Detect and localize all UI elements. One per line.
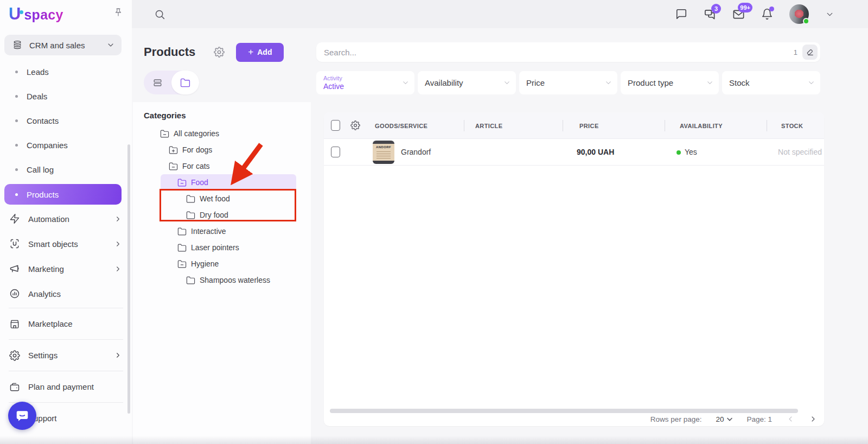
category-label: Dry food xyxy=(200,211,228,219)
chat-button[interactable]: 3 xyxy=(704,8,716,21)
list-view-button[interactable] xyxy=(144,71,171,94)
chevron-down-icon xyxy=(401,79,410,87)
category-food[interactable]: Food xyxy=(161,174,296,191)
rows-per-page-select[interactable]: 20 xyxy=(716,415,732,423)
sidebar-item-products[interactable]: Products xyxy=(4,184,122,205)
column-header-price: PRICE xyxy=(579,123,599,129)
sidebar-scrollbar[interactable] xyxy=(127,144,130,414)
sidebar-item-marketing[interactable]: Marketing xyxy=(0,256,132,281)
mail-button[interactable]: 99+ xyxy=(732,8,745,21)
filter-availability[interactable]: Availability xyxy=(418,71,516,94)
filter-activity[interactable]: Activity Active xyxy=(316,71,414,94)
column-header-availability: AVAILABILITY xyxy=(680,123,723,129)
category-label: Hygiene xyxy=(191,259,219,268)
divider xyxy=(9,308,123,308)
sidebar-item-contacts[interactable]: Contacts xyxy=(0,109,132,133)
sidebar-item-leads[interactable]: Leads xyxy=(0,60,132,84)
table-footer: Rows per page: 20 Page: 1 xyxy=(324,412,824,426)
category-label: Laser pointers xyxy=(191,243,239,252)
notifications-button[interactable] xyxy=(761,8,773,20)
filter-price[interactable]: Price xyxy=(519,71,617,94)
sidebar-item-deals[interactable]: Deals xyxy=(0,84,132,109)
sidebar-item-call-log[interactable]: Call log xyxy=(0,157,132,182)
bullet-icon xyxy=(15,144,18,147)
bullet-icon xyxy=(15,95,18,98)
product-search-input[interactable] xyxy=(324,48,794,57)
select-all-checkbox[interactable] xyxy=(331,120,340,131)
sidebar-item-companies[interactable]: Companies xyxy=(0,133,132,157)
sidebar-item-plan-payment[interactable]: Plan and payment xyxy=(0,373,132,401)
filter-label: Product type xyxy=(628,78,704,87)
table-row[interactable]: ANDORF Grandorf 90,00 UAH Yes Not specif… xyxy=(324,139,824,166)
sidebar-item-label: Smart objects xyxy=(28,239,114,249)
add-button-label: Add xyxy=(257,48,272,56)
sidebar-item-label: Leads xyxy=(27,67,49,77)
sidebar-item-label: Automation xyxy=(28,214,114,224)
row-checkbox[interactable] xyxy=(331,147,340,157)
chevron-right-icon xyxy=(114,215,122,223)
gear-icon xyxy=(350,120,360,130)
search-icon xyxy=(154,9,165,20)
filter-product-type[interactable]: Product type xyxy=(621,71,719,94)
product-image: ANDORF xyxy=(373,141,394,164)
filter-stock[interactable]: Stock xyxy=(722,71,820,94)
next-page-button[interactable] xyxy=(809,415,818,423)
category-interactive[interactable]: Interactive xyxy=(133,223,311,239)
storefront-icon xyxy=(9,319,21,329)
sidebar-item-settings[interactable]: Settings xyxy=(0,341,132,369)
caret-down-icon xyxy=(727,417,732,421)
sidebar-item-analytics[interactable]: Analytics xyxy=(0,281,132,306)
megaphone-icon xyxy=(9,263,21,274)
sidebar-item-label: Analytics xyxy=(28,289,122,299)
category-laser-pointers[interactable]: Laser pointers xyxy=(133,239,311,256)
category-hygiene[interactable]: Hygiene xyxy=(133,256,311,272)
bullet-icon xyxy=(15,168,18,171)
category-all-categories[interactable]: All categories xyxy=(133,125,311,142)
folder-minus-icon xyxy=(160,129,169,138)
global-search-button[interactable] xyxy=(154,9,165,20)
products-settings-button[interactable] xyxy=(214,47,225,58)
sidebar-item-marketplace[interactable]: Marketplace xyxy=(0,310,132,338)
profile-menu-button[interactable] xyxy=(825,10,834,19)
folder-minus-icon xyxy=(169,162,178,171)
chevron-right-icon xyxy=(114,351,122,359)
column-header-goods: GOODS/SERVICE xyxy=(375,123,427,129)
category-dry-food[interactable]: Dry food xyxy=(133,207,311,223)
app-logo[interactable]: U spacy xyxy=(9,5,63,23)
sidebar-group-crm[interactable]: CRM and sales xyxy=(4,35,122,55)
folder-icon xyxy=(177,243,187,252)
folder-icon xyxy=(177,227,187,236)
plus-icon: + xyxy=(248,47,253,58)
eraser-icon xyxy=(806,48,814,56)
sidebar-item-label: Companies xyxy=(27,141,68,150)
chevron-right-icon xyxy=(114,240,122,248)
pin-sidebar-button[interactable] xyxy=(113,8,123,17)
clear-search-button[interactable] xyxy=(802,45,818,60)
chevron-down-icon xyxy=(106,41,115,49)
category-shampoos-waterless[interactable]: Shampoos waterless xyxy=(133,272,311,288)
sidebar-item-automation[interactable]: Automation xyxy=(0,206,132,231)
divider xyxy=(9,339,123,340)
support-chat-button[interactable] xyxy=(8,402,36,430)
main-content: Products + Add 1 Activity Active Availab xyxy=(132,28,868,444)
analytics-icon xyxy=(9,288,21,299)
category-for-dogs[interactable]: For dogs xyxy=(133,142,311,158)
prev-page-button[interactable] xyxy=(786,415,795,423)
wallet-icon xyxy=(9,382,21,392)
column-header-stock: STOCK xyxy=(781,123,803,129)
add-product-button[interactable]: + Add xyxy=(236,43,284,62)
product-image-text: ANDORF xyxy=(373,145,394,149)
product-search: 1 xyxy=(316,42,820,62)
sidebar-item-label: Marketing xyxy=(28,264,114,274)
folder-view-button[interactable] xyxy=(171,71,199,94)
column-separator xyxy=(563,120,563,131)
sidebar-item-smart-objects[interactable]: Smart objects xyxy=(0,231,132,256)
gear-icon xyxy=(9,350,21,361)
table-settings-button[interactable] xyxy=(350,120,360,130)
comments-button[interactable] xyxy=(675,8,687,20)
category-wet-food[interactable]: Wet food xyxy=(133,191,311,207)
category-label: For dogs xyxy=(182,145,212,154)
user-avatar[interactable] xyxy=(789,4,809,24)
category-for-cats[interactable]: For cats xyxy=(133,158,311,174)
folder-minus-icon xyxy=(177,259,187,269)
